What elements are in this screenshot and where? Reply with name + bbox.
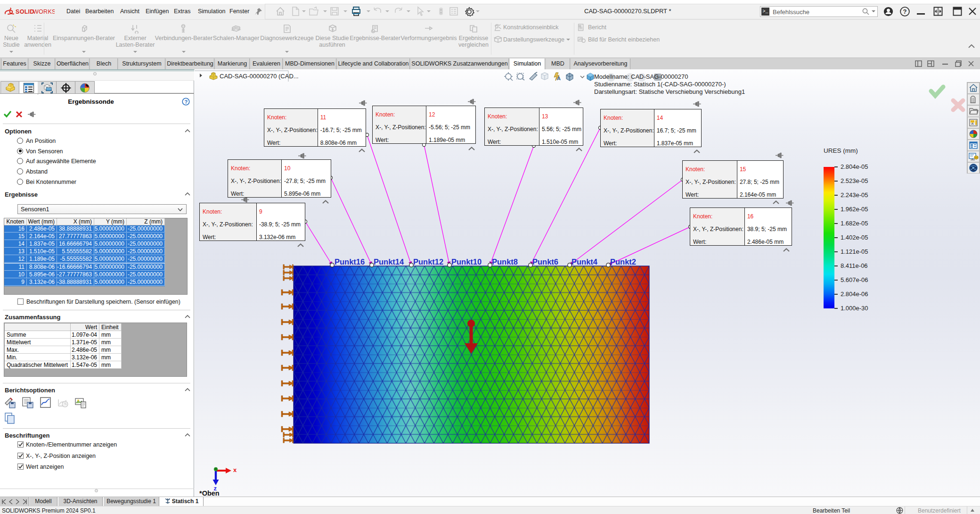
svg-text:Punkt16: Punkt16 [335, 257, 365, 266]
svg-text:?: ? [184, 99, 188, 105]
svg-text:Punkt4: Punkt4 [572, 257, 598, 266]
svg-text:WORKS: WORKS [33, 8, 55, 15]
svg-text:x: x [233, 466, 237, 473]
svg-text:Punkt14: Punkt14 [374, 257, 404, 266]
svg-text:Punkt2: Punkt2 [610, 257, 636, 266]
svg-text:Punkt6: Punkt6 [532, 257, 558, 266]
svg-text:*Oben: *Oben [199, 489, 220, 497]
svg-text:Punkt12: Punkt12 [413, 257, 443, 266]
svg-text:Punkt8: Punkt8 [492, 257, 518, 266]
svg-text:A: A [557, 75, 561, 81]
svg-text:Punkt10: Punkt10 [451, 257, 482, 266]
svg-text:SOLID: SOLID [16, 8, 34, 15]
svg-text:?: ? [903, 8, 907, 15]
